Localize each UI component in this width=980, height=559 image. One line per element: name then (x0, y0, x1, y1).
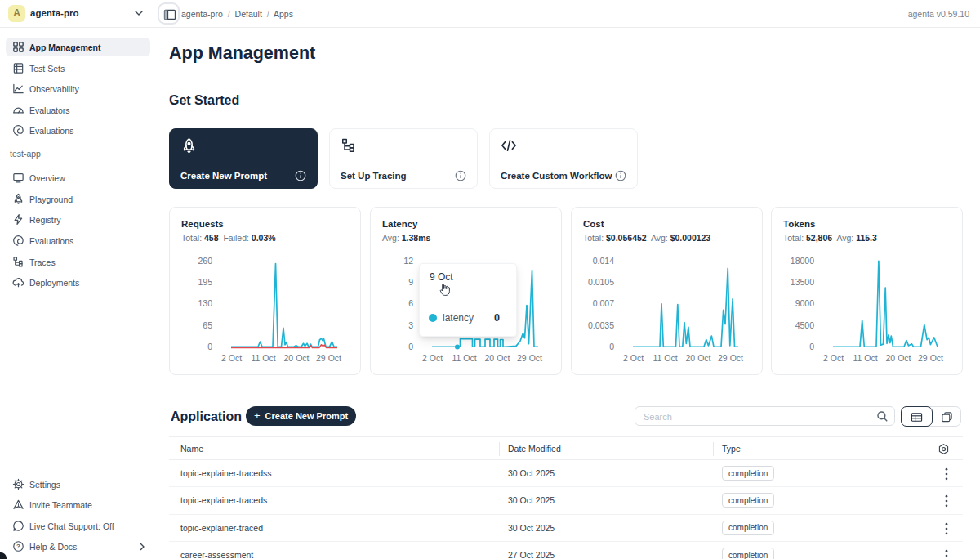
svg-text:12: 12 (403, 256, 413, 266)
svg-text:3: 3 (408, 320, 413, 330)
svg-text:11 Oct: 11 Oct (452, 353, 476, 363)
svg-text:9: 9 (408, 277, 413, 287)
svg-text:20 Oct: 20 Oct (686, 353, 711, 363)
svg-text:0: 0 (207, 342, 212, 351)
svg-text:20 Oct: 20 Oct (485, 353, 510, 363)
svg-text:2 Oct: 2 Oct (623, 353, 644, 363)
svg-text:20 Oct: 20 Oct (284, 353, 310, 363)
svg-text:11 Oct: 11 Oct (251, 353, 275, 363)
svg-text:0.0035: 0.0035 (588, 320, 614, 330)
svg-text:65: 65 (203, 320, 212, 330)
svg-text:29 Oct: 29 Oct (316, 353, 341, 363)
svg-text:29 Oct: 29 Oct (718, 353, 743, 363)
svg-text:0.0105: 0.0105 (588, 277, 614, 287)
svg-text:130: 130 (198, 298, 212, 308)
svg-text:2 Oct: 2 Oct (422, 353, 443, 363)
svg-text:9000: 9000 (795, 298, 815, 308)
svg-text:4500: 4500 (795, 320, 815, 330)
svg-text:2 Oct: 2 Oct (823, 353, 844, 363)
svg-text:260: 260 (198, 256, 212, 266)
svg-text:0: 0 (809, 342, 814, 351)
svg-text:0.014: 0.014 (593, 256, 614, 266)
svg-text:6: 6 (408, 298, 413, 308)
svg-text:18000: 18000 (791, 256, 814, 266)
svg-text:20 Oct: 20 Oct (886, 353, 911, 363)
svg-text:195: 195 (198, 277, 212, 287)
svg-text:?: ? (16, 543, 20, 550)
svg-text:11 Oct: 11 Oct (653, 353, 677, 363)
svg-text:29 Oct: 29 Oct (517, 353, 542, 363)
svg-text:29 Oct: 29 Oct (918, 353, 943, 363)
svg-text:0: 0 (609, 342, 614, 351)
svg-text:0.007: 0.007 (593, 298, 614, 308)
svg-text:0: 0 (408, 342, 413, 351)
svg-text:2 Oct: 2 Oct (221, 353, 242, 363)
svg-text:13500: 13500 (791, 277, 814, 287)
svg-text:11 Oct: 11 Oct (853, 353, 877, 363)
